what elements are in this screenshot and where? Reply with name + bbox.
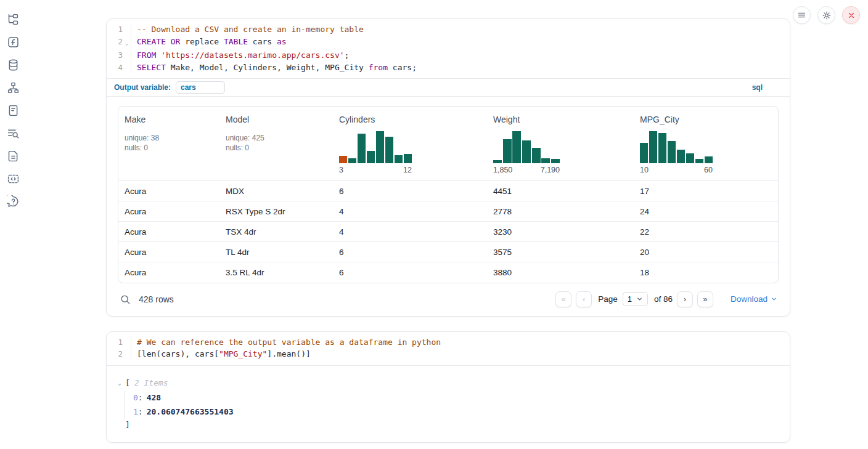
- chevron-right-icon: ›: [684, 294, 686, 304]
- table-cell: Acura: [118, 242, 219, 262]
- documentation-button[interactable]: [7, 149, 20, 163]
- column-stat: nulls: 0: [125, 143, 215, 153]
- search-icon: [119, 293, 133, 305]
- list-output-header: ⌄ [ 2 Items: [118, 376, 790, 390]
- page-total: of 86: [654, 294, 673, 304]
- column-header-cylinders[interactable]: Cylinders312: [333, 107, 487, 181]
- download-label: Download: [731, 294, 768, 304]
- histogram-bar: [541, 158, 550, 163]
- code-snippet-icon: [7, 172, 20, 185]
- item-colon: :: [138, 393, 143, 402]
- search-logs-button[interactable]: [7, 126, 20, 140]
- code-token: replace: [180, 37, 223, 46]
- code-line: 2[len(cars), cars["MPG_City"].mean()]: [107, 348, 790, 360]
- table-row: AcuraTL 4dr6357520: [118, 242, 778, 262]
- line-number: 1: [107, 336, 123, 349]
- table-row: AcuraRSX Type S 2dr4277824: [118, 201, 778, 222]
- close-icon: [847, 11, 856, 20]
- notebook-actions: [793, 6, 860, 24]
- python-code-editor[interactable]: 1# We can reference the output variable …: [107, 332, 790, 365]
- shutdown-button[interactable]: [842, 6, 860, 24]
- code-token: [166, 37, 171, 46]
- line-number: 4: [107, 62, 123, 74]
- code-token: TABLE: [224, 37, 248, 46]
- column-stat: nulls: 0: [226, 143, 328, 153]
- first-page-button[interactable]: «: [555, 291, 571, 307]
- histogram-bar: [668, 141, 676, 163]
- next-page-button[interactable]: ›: [677, 291, 693, 307]
- code-token: [156, 51, 161, 60]
- hist-max-label: 60: [704, 166, 713, 174]
- sql-code-editor[interactable]: 1-- Download a CSV and create an in-memo…: [107, 19, 790, 78]
- download-button[interactable]: Download: [731, 294, 777, 304]
- chevrons-left-icon: «: [562, 294, 566, 304]
- table-cell: Acura: [118, 262, 219, 283]
- histogram-axis-labels: 1060: [640, 166, 713, 174]
- code-token: ;: [345, 51, 350, 60]
- code-text: -- Download a CSV and create an in-memor…: [131, 23, 790, 36]
- histogram-bar: [705, 156, 713, 163]
- item-colon: :: [138, 407, 143, 416]
- histogram-bar: [522, 140, 531, 163]
- function-icon: [7, 36, 20, 49]
- table-cell: 20: [634, 242, 778, 262]
- help-chat-icon: [7, 195, 20, 208]
- table-cell: 3880: [487, 262, 634, 283]
- histogram-cylinders: [339, 131, 412, 163]
- search-button[interactable]: [119, 293, 133, 306]
- help-button[interactable]: [7, 195, 20, 208]
- item-index: 1: [133, 407, 138, 416]
- histogram-bar: [493, 160, 502, 163]
- table-cell: 3575: [487, 242, 634, 262]
- code-token: SELECT: [137, 63, 166, 72]
- chevron-left-icon: ‹: [583, 294, 585, 304]
- table-cell: 6: [333, 262, 487, 283]
- column-header-mpg_city[interactable]: MPG_City1060: [634, 107, 778, 181]
- column-header-make[interactable]: Makeunique: 38nulls: 0: [118, 107, 219, 181]
- snippets-button[interactable]: [7, 172, 20, 185]
- code-token: [len(cars), cars[: [137, 349, 219, 358]
- histogram-axis-labels: 312: [339, 166, 412, 174]
- output-variable-input[interactable]: cars: [176, 81, 225, 94]
- gear-icon: [822, 10, 832, 20]
- file-explorer-button[interactable]: [7, 12, 20, 26]
- table-output: Makeunique: 38nulls: 0Modelunique: 425nu…: [107, 97, 790, 316]
- fold-chevron-icon[interactable]: ⌄: [123, 36, 131, 50]
- collapse-toggle-icon[interactable]: ⌄: [118, 376, 125, 390]
- histogram-bar: [358, 134, 366, 163]
- list-item: 0:428: [133, 391, 790, 405]
- dependency-graph-button[interactable]: [7, 81, 20, 94]
- variables-button[interactable]: [7, 35, 20, 49]
- logs-button[interactable]: [7, 103, 20, 117]
- column-header-model[interactable]: Modelunique: 425nulls: 0: [219, 107, 333, 181]
- last-page-button[interactable]: »: [697, 291, 713, 307]
- table-cell: Acura: [118, 181, 219, 201]
- page-select[interactable]: 1: [623, 292, 648, 306]
- line-number: 2: [107, 348, 123, 360]
- column-header-weight[interactable]: Weight1,8507,190: [487, 107, 634, 181]
- code-text: # We can reference the output variable a…: [131, 336, 790, 349]
- line-number: 3: [107, 49, 123, 62]
- code-text: SELECT Make, Model, Cylinders, Weight, M…: [131, 62, 790, 74]
- hist-max-label: 12: [403, 166, 412, 174]
- table-cell: Acura: [118, 222, 219, 242]
- sql-cell: 1-- Download a CSV and create an in-memo…: [106, 18, 790, 317]
- code-line: 1-- Download a CSV and create an in-memo…: [107, 23, 790, 36]
- menu-button[interactable]: [793, 6, 811, 24]
- table-cell: 6: [333, 181, 487, 201]
- scroll-icon: [7, 104, 20, 117]
- histogram-mpg_city: [640, 131, 713, 163]
- code-text: FROM 'https://datasets.marimo.app/cars.c…: [131, 49, 790, 62]
- column-name: Cylinders: [339, 115, 482, 124]
- item-index: 0: [133, 393, 138, 402]
- histogram-bar: [551, 159, 560, 163]
- histogram-bar: [649, 131, 657, 163]
- data-sources-button[interactable]: [7, 58, 20, 71]
- histogram-axis-labels: 1,8507,190: [493, 166, 560, 174]
- settings-button[interactable]: [817, 6, 835, 24]
- code-token: CREATE: [137, 37, 166, 46]
- histogram-bar: [367, 151, 375, 163]
- code-line: 1# We can reference the output variable …: [107, 336, 790, 349]
- table-row: Acura3.5 RL 4dr6388018: [118, 262, 778, 283]
- prev-page-button[interactable]: ‹: [576, 291, 592, 307]
